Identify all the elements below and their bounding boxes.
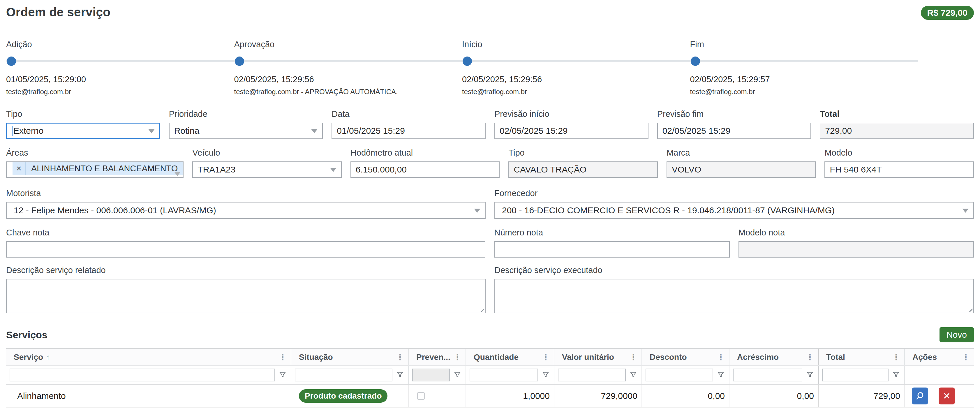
delete-service-button[interactable]: ✕ (939, 388, 955, 404)
field-numero-nota: Número nota (494, 227, 729, 258)
fornecedor-label: Fornecedor (494, 188, 974, 198)
service-order-page: Ordem de serviço R$ 729,00 Adição 01/05/… (0, 0, 980, 412)
timeline-dot-icon (235, 57, 244, 66)
filter-icon[interactable] (278, 371, 287, 379)
preventiva-checkbox[interactable] (417, 392, 425, 400)
data-value: 01/05/2025 15:29 (337, 126, 405, 136)
column-menu-icon[interactable]: ⋮ (889, 353, 900, 361)
previsao-inicio-input[interactable]: 02/05/2025 15:29 (494, 122, 649, 139)
col-preventiva-label: Preven... (416, 353, 450, 362)
filter-cell-desconto (642, 366, 729, 384)
filter-icon[interactable] (629, 371, 637, 379)
tipo-label: Tipo (6, 109, 160, 119)
new-service-button[interactable]: Novo (940, 327, 974, 342)
col-servico-label: Serviço (14, 353, 43, 362)
field-previsao-inicio: Previsão início 02/05/2025 15:29 (494, 109, 649, 139)
col-situacao-label: Situação (299, 353, 333, 362)
hodometro-input[interactable]: 6.150.000,00 (350, 161, 500, 178)
veiculo-select[interactable]: TRA1A23 (192, 161, 342, 178)
filter-icon[interactable] (542, 371, 550, 379)
services-table: Serviço ↑ ⋮ Situação ⋮ Preven... ⋮ Quant… (6, 348, 974, 408)
col-acrescimo[interactable]: Acréscimo ⋮ (729, 349, 819, 365)
chave-nota-input[interactable] (6, 241, 485, 258)
col-quantidade-label: Quantidade (474, 353, 519, 362)
field-fornecedor: Fornecedor 200 - 16-DECIO COMERCIO E SER… (494, 188, 974, 219)
column-menu-icon[interactable]: ⋮ (959, 353, 970, 361)
col-desconto[interactable]: Desconto ⋮ (642, 349, 729, 365)
field-desc-executado: Descrição serviço executado (494, 265, 974, 314)
col-acoes[interactable]: Ações ⋮ (905, 349, 974, 365)
situacao-filter-input[interactable] (295, 369, 392, 382)
previsao-fim-input[interactable]: 02/05/2025 15:29 (657, 122, 811, 139)
timeline-step-timestamp: 02/05/2025, 15:29:56 (234, 74, 462, 84)
filter-icon[interactable] (396, 371, 404, 379)
col-situacao[interactable]: Situação ⋮ (291, 349, 409, 365)
cell-acrescimo: 0,00 (729, 385, 819, 407)
desc-executado-label: Descrição serviço executado (494, 265, 974, 275)
col-valor-unitario[interactable]: Valor unitário ⋮ (554, 349, 642, 365)
filter-cell-acoes (905, 366, 974, 384)
modelo-input[interactable]: FH 540 6X4T (824, 161, 974, 178)
page-title: Ordem de serviço (6, 5, 110, 19)
col-acoes-label: Ações (912, 353, 937, 362)
areas-multiselect[interactable]: × ALINHAMENTO E BALANCEAMENTO (6, 161, 183, 178)
acrescimo-filter-input[interactable] (733, 369, 802, 382)
column-menu-icon[interactable]: ⋮ (275, 353, 287, 361)
prioridade-select[interactable]: Rotina (169, 122, 323, 139)
chevron-down-icon (148, 129, 155, 133)
cell-valor-unitario: 729,0000 (554, 385, 642, 407)
total-label: Total (820, 109, 974, 119)
total-input: 729,00 (820, 122, 974, 139)
timeline-step-timestamp: 02/05/2025, 15:29:56 (462, 74, 690, 84)
desc-executado-textarea[interactable] (494, 279, 974, 313)
numero-nota-input[interactable] (494, 241, 729, 258)
col-total[interactable]: Total ⋮ (819, 349, 905, 365)
column-menu-icon[interactable]: ⋮ (714, 353, 725, 361)
col-servico[interactable]: Serviço ↑ ⋮ (6, 349, 291, 365)
filter-icon[interactable] (453, 371, 461, 379)
col-quantidade[interactable]: Quantidade ⋮ (466, 349, 554, 365)
hodometro-label: Hodômetro atual (350, 148, 500, 157)
cell-desconto: 0,00 (642, 385, 729, 407)
chevron-down-icon (962, 208, 969, 213)
data-input[interactable]: 01/05/2025 15:29 (331, 122, 486, 139)
timeline-step-label: Adição (6, 39, 234, 49)
column-menu-icon[interactable]: ⋮ (393, 353, 404, 361)
fornecedor-select[interactable]: 200 - 16-DECIO COMERCIO E SERVICOS R - 1… (494, 202, 974, 219)
timeline-step-label: Início (462, 39, 690, 49)
timeline-dot-icon (463, 57, 472, 66)
quantidade-filter-input[interactable] (469, 369, 538, 382)
area-chip: × ALINHAMENTO E BALANCEAMENTO (13, 162, 183, 175)
table-row[interactable]: Alinhamento Produto cadastrado 1,0000 72… (6, 385, 974, 408)
col-preventiva[interactable]: Preven... ⋮ (409, 349, 466, 365)
desconto-filter-input[interactable] (646, 369, 713, 382)
chevron-down-icon (474, 208, 480, 213)
timeline-dot-icon (7, 57, 16, 66)
motorista-value: 12 - Felipe Mendes - 006.006.006-01 (LAV… (14, 205, 216, 215)
desc-relatado-textarea[interactable] (6, 279, 486, 313)
marca-value: VOLVO (672, 165, 701, 175)
column-menu-icon[interactable]: ⋮ (450, 353, 461, 361)
view-service-button[interactable] (912, 388, 928, 404)
motorista-select[interactable]: 12 - Felipe Mendes - 006.006.006-01 (LAV… (6, 202, 486, 219)
filter-icon[interactable] (892, 371, 900, 379)
chip-remove-icon[interactable]: × (13, 162, 26, 175)
field-modelo: Modelo FH 540 6X4T (824, 148, 974, 178)
timeline-step-user: teste@traflog.com.br (690, 87, 918, 96)
previsao-fim-label: Previsão fim (657, 109, 811, 119)
column-menu-icon[interactable]: ⋮ (626, 353, 637, 361)
column-menu-icon[interactable]: ⋮ (539, 353, 550, 361)
filter-icon[interactable] (806, 371, 814, 379)
status-timeline: Adição 01/05/2025, 15:29:00 teste@traflo… (6, 39, 918, 96)
total-filter-input[interactable] (822, 369, 889, 382)
servico-filter-input[interactable] (10, 369, 275, 382)
filter-cell-quantidade (466, 366, 554, 384)
data-label: Data (331, 109, 486, 119)
valor-unitario-filter-input[interactable] (558, 369, 626, 382)
tipo-select[interactable]: Externo (6, 122, 160, 139)
column-menu-icon[interactable]: ⋮ (803, 353, 814, 361)
filter-icon[interactable] (717, 371, 725, 379)
table-header-row: Serviço ↑ ⋮ Situação ⋮ Preven... ⋮ Quant… (6, 349, 974, 366)
tipo-veiculo-value: CAVALO TRAÇÃO (514, 165, 586, 175)
veiculo-label: Veículo (192, 148, 342, 157)
